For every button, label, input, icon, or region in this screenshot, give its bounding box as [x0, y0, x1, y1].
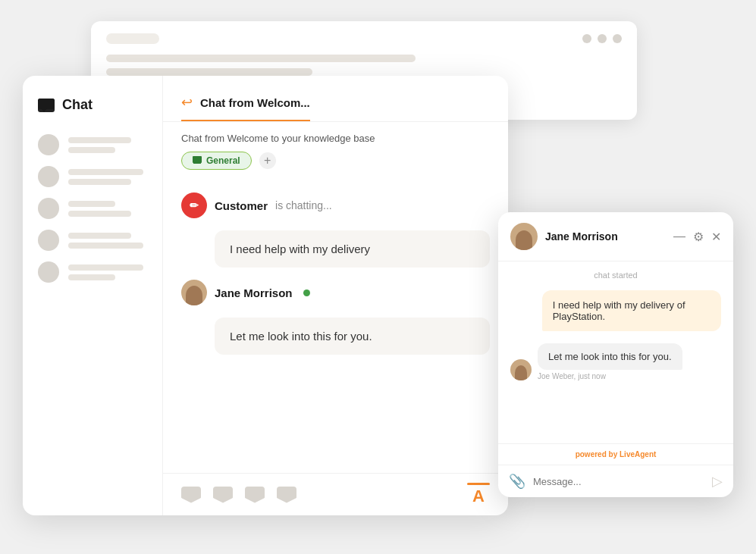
- content-tab[interactable]: ↩ Chat from Welcom...: [181, 94, 310, 121]
- widget-agent-name: Jane Morrison: [545, 230, 666, 243]
- chat-started-label: chat started: [510, 271, 721, 280]
- toolbar-icon-3[interactable]: [245, 487, 265, 503]
- underline-bar: [467, 483, 490, 485]
- minimize-button[interactable]: —: [673, 230, 685, 243]
- browser-controls: [582, 34, 622, 43]
- item-lines: [68, 137, 147, 153]
- agent-avatar: [181, 280, 207, 305]
- tag-label: General: [206, 155, 240, 166]
- content-header: ↩ Chat from Welcom...: [163, 76, 508, 122]
- line: [68, 147, 115, 153]
- tab-title: Chat from Welcom...: [200, 96, 310, 109]
- agent-info-text: Joe Weber, just now: [538, 372, 682, 380]
- content-tags: General +: [163, 152, 508, 180]
- toolbar-icon-2[interactable]: [213, 487, 233, 503]
- line: [68, 233, 131, 239]
- customer-name: Customer: [215, 199, 268, 212]
- customer-row: ✏ Customer is chatting...: [181, 192, 490, 218]
- sidebar-items-list: [38, 134, 147, 283]
- line: [68, 211, 131, 217]
- list-item[interactable]: [38, 134, 147, 155]
- customer-message-bubble: I need help with my delivery of PlayStat…: [542, 290, 721, 331]
- send-icon[interactable]: ▷: [712, 473, 723, 490]
- agent-name: Jane Morrison: [215, 286, 293, 299]
- line: [68, 274, 115, 280]
- settings-button[interactable]: ⚙: [693, 230, 704, 244]
- line: [68, 169, 143, 175]
- sidebar-title-text: Chat: [62, 97, 93, 113]
- liveagent-brand: LiveAgent: [620, 450, 656, 459]
- agent-message-bubble: Let me look into this for you.: [215, 318, 490, 355]
- avatar: [38, 198, 59, 219]
- agent-row: Jane Morrison: [181, 280, 490, 305]
- avatar: [38, 134, 59, 155]
- add-tag-button[interactable]: +: [259, 152, 276, 169]
- svg-marker-1: [41, 108, 47, 112]
- list-item[interactable]: [38, 261, 147, 283]
- avatar: [38, 166, 59, 187]
- svg-rect-0: [38, 99, 55, 109]
- attach-icon[interactable]: 📎: [509, 473, 525, 490]
- line: [68, 137, 131, 143]
- svg-rect-2: [193, 156, 202, 163]
- widget-agent-avatar: [510, 223, 538, 250]
- customer-message-text: I need help with my delivery of PlayStat…: [553, 299, 685, 322]
- line: [68, 264, 143, 271]
- line: [68, 179, 131, 185]
- browser-dot-3: [613, 34, 622, 43]
- browser-dot-1: [582, 34, 591, 43]
- left-sidebar: Chat: [23, 76, 163, 515]
- item-lines: [68, 201, 147, 217]
- item-lines: [68, 169, 147, 185]
- browser-bar: [106, 33, 622, 44]
- list-item[interactable]: [38, 198, 147, 219]
- line: [68, 243, 143, 249]
- list-item[interactable]: [38, 166, 147, 187]
- content-area: ↩ Chat from Welcom... Chat from Welcome …: [163, 76, 508, 515]
- chat-toolbar: A: [163, 473, 508, 515]
- widget-chat-body: chat started I need help with my deliver…: [498, 261, 733, 443]
- svg-rect-3: [193, 163, 201, 164]
- avatar-shape: [515, 365, 527, 380]
- close-button[interactable]: ✕: [711, 230, 721, 244]
- sidebar-title-row: Chat: [38, 97, 147, 113]
- edit-icon: ✏: [190, 199, 199, 211]
- browser-content-lines: [106, 55, 622, 76]
- agent-message-text: Let me look into this for you.: [230, 330, 372, 343]
- message-input[interactable]: [533, 476, 704, 487]
- browser-url-bar: [106, 33, 159, 44]
- chat-messages: ✏ Customer is chatting... I need help wi…: [163, 180, 508, 473]
- widget-header: Jane Morrison — ⚙ ✕: [498, 212, 733, 261]
- customer-message-text: I need help with my delivery: [230, 243, 370, 255]
- customer-status: is chatting...: [275, 199, 332, 211]
- avatar: [38, 261, 59, 283]
- text-formatting-group: A: [467, 483, 490, 506]
- browser-line-1: [106, 55, 416, 62]
- avatar-shape: [516, 230, 532, 250]
- item-lines: [68, 264, 147, 280]
- agent-message-row: Let me look into this for you. Joe Weber…: [510, 343, 721, 380]
- browser-line-2: [106, 68, 312, 76]
- customer-message-bubble: I need help with my delivery: [215, 230, 490, 268]
- toolbar-icon-4[interactable]: [277, 487, 296, 503]
- toolbar-icon-1[interactable]: [181, 487, 201, 503]
- widget-action-buttons: — ⚙ ✕: [673, 230, 721, 244]
- powered-by-prefix: powered by: [576, 450, 620, 459]
- avatar: [38, 230, 59, 251]
- agent-avatar-small: [510, 359, 532, 380]
- back-arrow-icon: ↩: [181, 94, 193, 111]
- live-chat-widget: Jane Morrison — ⚙ ✕ chat started I need …: [498, 212, 733, 497]
- widget-input-row: 📎 ▷: [498, 465, 733, 497]
- main-chat-panel: Chat: [23, 76, 508, 515]
- online-status-dot: [303, 290, 310, 296]
- line: [68, 201, 115, 207]
- agent-reply-bubble: Let me look into this for you.: [538, 343, 682, 370]
- list-item[interactable]: [38, 230, 147, 251]
- toolbar-icons-group: [181, 487, 296, 503]
- tag-general[interactable]: General: [181, 152, 252, 170]
- item-lines: [68, 233, 147, 249]
- content-subtitle: Chat from Welcome to your knowledge base: [163, 122, 508, 152]
- powered-by-bar: powered by LiveAgent: [498, 443, 733, 465]
- toolbar-letter-a[interactable]: A: [472, 487, 485, 506]
- customer-avatar: ✏: [181, 192, 207, 218]
